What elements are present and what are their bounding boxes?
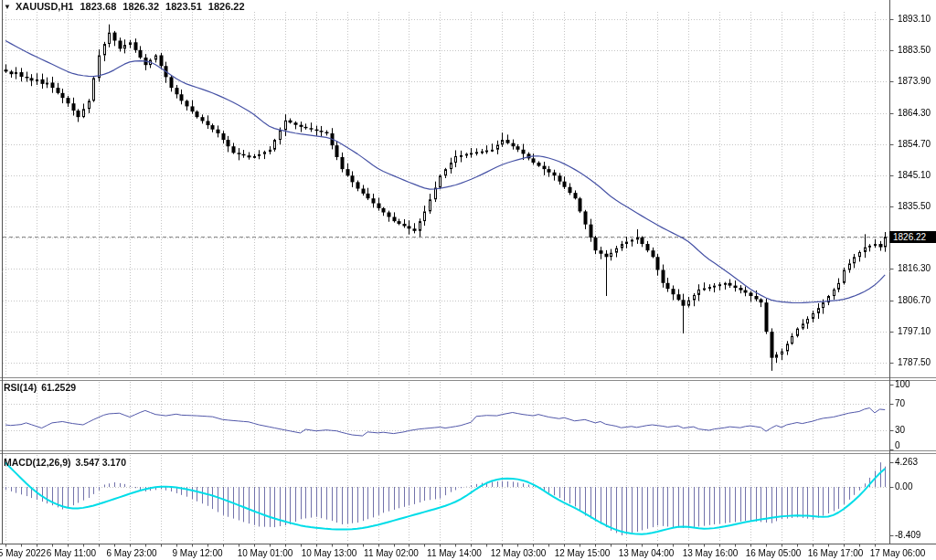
- time-tick-label: 12 May 03:00: [491, 548, 547, 558]
- time-tick-label: 11 May 02:00: [364, 548, 419, 558]
- price-tick-label: 1854.70: [898, 139, 931, 149]
- price-tick-label: 1835.50: [898, 201, 931, 211]
- time-tick-label: 10 May 01:00: [238, 548, 293, 558]
- time-tick-label: 12 May 15:00: [555, 548, 611, 558]
- price-tick-label: 1883.50: [898, 45, 931, 55]
- chart-symbol-timeframe: XAUUSD,H1: [16, 1, 74, 12]
- rsi-value: 61.2529: [41, 382, 76, 393]
- mt4-chart-window: ▼XAUUSD,H11823.681826.321823.511826.22 R…: [0, 0, 936, 560]
- price-tick-label: 1787.50: [898, 357, 931, 367]
- macd-tick-label: 4.263: [895, 457, 918, 467]
- ohlc-high: 1826.32: [122, 1, 159, 12]
- time-tick-label: 16 May 17:00: [808, 548, 864, 558]
- ohlc-close: 1826.22: [208, 1, 245, 12]
- price-tick-label: 1797.10: [898, 326, 931, 336]
- macd-tick-label: -8.409: [895, 530, 920, 540]
- macd-indicator-label: MACD(12,26,9)3.547 3.170: [4, 457, 126, 468]
- time-tick-label: 17 May 06:00: [870, 548, 926, 558]
- chart-canvas[interactable]: [0, 0, 936, 560]
- chart-title: ▼XAUUSD,H11823.681826.321823.511826.22: [4, 1, 245, 12]
- time-tick-label: 11 May 14:00: [427, 548, 482, 558]
- rsi-tick-label: 100: [895, 379, 910, 389]
- time-tick-label: 10 May 13:00: [302, 548, 357, 558]
- macd-values: 3.547 3.170: [76, 457, 126, 468]
- macd-name: MACD(12,26,9): [4, 457, 71, 468]
- symbol-dropdown-icon[interactable]: ▼: [4, 3, 11, 11]
- rsi-tick-label: 0: [895, 440, 900, 450]
- price-tick-label: 1864.30: [898, 108, 931, 118]
- time-tick-label: 6 May 11:00: [47, 548, 96, 558]
- time-tick-label: 9 May 12:00: [172, 548, 222, 558]
- current-price-badge: 1826.22: [889, 231, 936, 243]
- price-tick-label: 1816.30: [898, 263, 931, 273]
- time-tick-label: 5 May 2022: [0, 548, 46, 558]
- price-tick-label: 1806.70: [898, 295, 931, 305]
- time-tick-label: 16 May 05:00: [746, 548, 802, 558]
- rsi-name: RSI(14): [4, 382, 37, 393]
- rsi-indicator-label: RSI(14)61.2529: [4, 382, 76, 393]
- macd-tick-label: 0.00: [895, 481, 912, 491]
- price-tick-label: 1873.90: [898, 76, 931, 86]
- time-tick-label: 13 May 16:00: [683, 548, 739, 558]
- time-tick-label: 6 May 23:00: [106, 548, 156, 558]
- ohlc-open: 1823.68: [80, 1, 117, 12]
- price-tick-label: 1893.10: [898, 14, 931, 24]
- price-tick-label: 1845.10: [898, 170, 931, 180]
- ohlc-low: 1823.51: [165, 1, 202, 12]
- rsi-tick-label: 30: [895, 425, 905, 435]
- rsi-tick-label: 70: [895, 398, 905, 408]
- current-price-value: 1826.22: [893, 232, 926, 242]
- time-tick-label: 13 May 04:00: [619, 548, 675, 558]
